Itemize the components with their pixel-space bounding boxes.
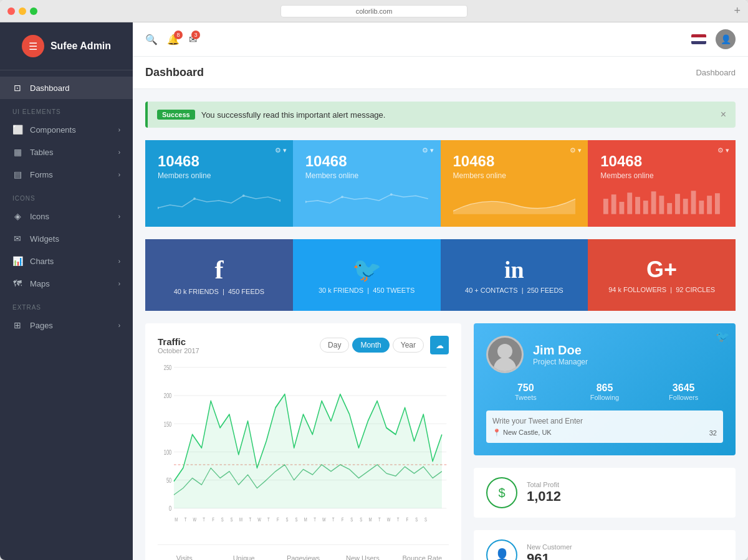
profile-name: Jim Doe [533, 343, 588, 358]
alert-close-button[interactable]: × [721, 109, 726, 120]
svg-text:T: T [267, 516, 270, 523]
profile-stats: 750 Tweets 865 Following 3645 [486, 382, 723, 401]
google-circles: 92 CIRCLES [676, 286, 715, 293]
svg-rect-13 [651, 191, 656, 214]
tweets-count: 750 [486, 382, 565, 394]
nav-section-ui: UI ELEMENTS [0, 99, 133, 118]
svg-text:250: 250 [164, 364, 171, 372]
messages-icon[interactable]: ✉ 3 [189, 34, 197, 45]
facebook-friends: 40 k FRIENDS [174, 288, 219, 295]
twitter-feeds: 450 TWEETS [373, 287, 415, 294]
svg-text:150: 150 [164, 420, 171, 428]
sidebar-item-widgets[interactable]: ✉ Widgets [0, 227, 133, 250]
google-icon: G+ [646, 257, 677, 283]
download-button[interactable]: ☁ [430, 336, 449, 354]
stat-card-members-1: ⚙ ▾ 10468 Members online [145, 140, 293, 227]
sidebar-item-label: Widgets [30, 234, 59, 244]
svg-text:S: S [350, 516, 353, 523]
year-button[interactable]: Year [393, 338, 424, 353]
maximize-button[interactable] [30, 7, 37, 15]
sidebar-item-pages[interactable]: ⊞ Pages › [0, 314, 133, 336]
minimize-button[interactable] [19, 7, 26, 15]
card-controls: ⚙ ▾ [275, 146, 287, 154]
metric-card-profit: $ Total Profit 1,012 [474, 468, 736, 518]
svg-text:S: S [415, 516, 418, 523]
pageviews-label: Pageviews [277, 554, 330, 560]
sidebar-item-components[interactable]: ⬜ Components › [0, 118, 133, 141]
sidebar-item-icons[interactable]: ◈ Icons › [0, 205, 133, 227]
sidebar-item-charts[interactable]: 📊 Charts › [0, 250, 133, 272]
followers-stat: 3645 Followers [644, 382, 723, 401]
nav-section-icons: ICONS [0, 186, 133, 205]
twitter-icon: 🐦 [352, 256, 381, 283]
social-card-twitter[interactable]: 🐦 30 k FRIENDS | 450 TWEETS [293, 239, 441, 311]
topbar: 🔍 🔔 8 ✉ 3 👤 [133, 22, 748, 57]
pages-icon: ⊞ [12, 320, 22, 330]
stat-card-members-2: ⚙ ▾ 10468 Members online [293, 140, 441, 227]
profile-card: 🐦 Jim Doe [474, 323, 736, 455]
visits-stat: Visits 29.703 Users (40%) [158, 554, 211, 560]
mini-chart-line [305, 189, 428, 214]
bounce-stat: Bounce Rate 40.15% [396, 554, 449, 560]
topbar-left: 🔍 🔔 8 ✉ 3 [145, 34, 197, 45]
facebook-icon: f [214, 255, 223, 285]
sidebar: ☰ Sufee Admin ⊡ Dashboard UI ELEMENTS ⬜ … [0, 22, 133, 560]
svg-text:M: M [175, 516, 178, 523]
mini-chart-bar [600, 189, 723, 214]
user-avatar[interactable]: 👤 [716, 29, 736, 49]
svg-text:0: 0 [169, 505, 171, 513]
mini-chart-wave [453, 189, 576, 214]
mini-chart-line [158, 189, 280, 214]
followers-label: Followers [644, 394, 723, 401]
search-icon[interactable]: 🔍 [145, 34, 158, 45]
chart-subtitle: October 2017 [158, 347, 199, 354]
svg-point-5 [341, 196, 343, 198]
sidebar-nav: ⊡ Dashboard UI ELEMENTS ⬜ Components › ▦… [0, 70, 133, 560]
messages-badge: 3 [191, 31, 200, 39]
notifications-badge: 8 [174, 31, 183, 39]
profile-role: Project Manager [533, 358, 588, 366]
pageviews-stat: Pageviews 78.706 Views (60%) [277, 554, 330, 560]
close-button[interactable] [7, 7, 15, 15]
components-icon: ⬜ [12, 125, 22, 135]
new-users-stat: New Users 22.123 Users (80%) [336, 554, 389, 560]
stat-label: Members online [453, 171, 576, 180]
url-bar[interactable]: colorlib.com [280, 5, 467, 17]
day-button[interactable]: Day [320, 338, 349, 353]
sidebar-item-dashboard[interactable]: ⊡ Dashboard [0, 77, 133, 99]
svg-text:W: W [193, 516, 197, 523]
sidebar-item-forms[interactable]: ▤ Forms › [0, 163, 133, 186]
svg-text:M: M [304, 516, 307, 523]
month-button[interactable]: Month [352, 338, 389, 353]
svg-text:T: T [332, 516, 335, 523]
svg-text:F: F [406, 516, 408, 523]
sidebar-item-label: Components [30, 125, 76, 135]
customer-value: 961 [527, 551, 723, 560]
language-flag[interactable] [691, 34, 706, 44]
sidebar-item-label: Forms [30, 170, 53, 179]
card-controls: ⚙ ▾ [422, 146, 434, 154]
social-card-facebook[interactable]: f 40 k FRIENDS | 450 FEEDS [145, 239, 293, 311]
tweets-stat: 750 Tweets [486, 382, 565, 401]
linkedin-icon: in [504, 256, 524, 283]
social-card-google[interactable]: G+ 94 k FOLLOWERS | 92 CIRCLES [588, 239, 736, 311]
svg-text:F: F [277, 516, 279, 523]
sidebar-item-tables[interactable]: ▦ Tables › [0, 141, 133, 163]
social-card-linkedin[interactable]: in 40 + CONTACTS | 250 FEEDS [441, 239, 588, 311]
svg-rect-12 [643, 201, 648, 214]
new-users-label: New Users [336, 554, 389, 560]
svg-text:T: T [378, 516, 381, 523]
nav-section-extras: EXTRAS [0, 295, 133, 314]
profile-name-group: Jim Doe Project Manager [533, 343, 588, 366]
twitter-link[interactable]: 🐦 [716, 330, 729, 343]
notifications-icon[interactable]: 🔔 8 [167, 34, 180, 45]
sidebar-item-label: Charts [30, 257, 54, 266]
traffic-chart-svg: 250 200 150 100 50 0 [158, 361, 449, 535]
char-count: 32 [709, 429, 717, 437]
svg-text:200: 200 [164, 392, 171, 400]
metric-info: New Customer 961 [527, 543, 723, 560]
sidebar-item-maps[interactable]: 🗺 Maps › [0, 272, 133, 295]
new-tab-button[interactable]: + [734, 4, 741, 17]
tweet-input[interactable] [492, 417, 717, 425]
metric-card-customer: 👤 New Customer 961 [474, 530, 736, 560]
